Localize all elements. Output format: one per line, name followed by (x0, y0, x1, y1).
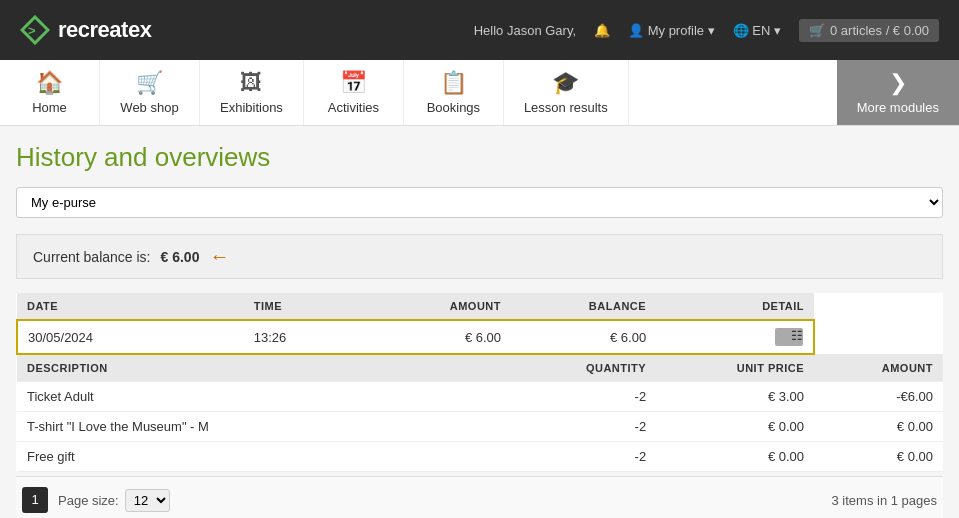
cell-uprice-0: € 3.00 (656, 382, 814, 412)
pagination-row: 1 Page size: 12 24 48 3 items in 1 pages (16, 476, 943, 518)
col-amount: AMOUNT (382, 293, 511, 320)
navigation: 🏠 Home 🛒 Web shop 🖼 Exhibitions 📅 Activi… (0, 60, 959, 126)
cell-time: 13:26 (244, 320, 382, 354)
balance-amount: € 6.00 (161, 249, 200, 265)
cell-empty-1 (382, 412, 511, 442)
logo-icon: > (20, 15, 50, 45)
page-1-button[interactable]: 1 (22, 487, 48, 513)
main-table: DATE TIME AMOUNT BALANCE DETAIL 30/05/20… (16, 293, 943, 472)
balance-label: Current balance is: (33, 249, 151, 265)
sub-row: T-shirt "I Love the Museum" - M -2 € 0.0… (17, 412, 943, 442)
clipboard-icon: 📋 (440, 70, 467, 96)
nav-webshop[interactable]: 🛒 Web shop (100, 60, 200, 125)
sub-col-amount: AMOUNT (814, 354, 943, 382)
greeting: Hello Jason Gary, (474, 23, 576, 38)
cell-amount-2: € 0.00 (814, 442, 943, 472)
nav-more-modules[interactable]: ❯ More modules (837, 60, 959, 125)
sub-row: Ticket Adult -2 € 3.00 -€6.00 (17, 382, 943, 412)
cell-description-2: Free gift (17, 442, 382, 472)
cell-uprice-1: € 0.00 (656, 412, 814, 442)
sub-col-description: DESCRIPTION (17, 354, 382, 382)
table-header-row: DATE TIME AMOUNT BALANCE DETAIL (17, 293, 943, 320)
page-size-label: Page size: (58, 493, 119, 508)
cell-uprice-2: € 0.00 (656, 442, 814, 472)
svg-text:>: > (28, 23, 36, 38)
profile-link[interactable]: 👤 My profile ▾ (628, 23, 715, 38)
balance-row: Current balance is: € 6.00 ← (16, 234, 943, 279)
cell-date: 30/05/2024 (17, 320, 244, 354)
graduation-icon: 🎓 (552, 70, 579, 96)
page-title: History and overviews (16, 142, 943, 173)
detail-grid-icon[interactable]: ☷ (775, 328, 803, 346)
nav-bookings[interactable]: 📋 Bookings (404, 60, 504, 125)
col-date: DATE (17, 293, 244, 320)
home-icon: 🏠 (36, 70, 63, 96)
cell-description-0: Ticket Adult (17, 382, 382, 412)
sub-col-unit-price: UNIT PRICE (656, 354, 814, 382)
nav-more-label: More modules (857, 100, 939, 115)
cell-amount: € 6.00 (382, 320, 511, 354)
cell-detail[interactable]: ☷ (656, 320, 814, 354)
language-selector[interactable]: 🌐 EN ▾ (733, 23, 781, 38)
arrow-icon: ← (209, 245, 229, 268)
col-time: TIME (244, 293, 382, 320)
sub-col-quantity: QUANTITY (511, 354, 656, 382)
page-size-select[interactable]: 12 24 48 (125, 489, 170, 512)
cell-amount-0: -€6.00 (814, 382, 943, 412)
header-right: Hello Jason Gary, 🔔 👤 My profile ▾ 🌐 EN … (474, 19, 939, 42)
nav-bookings-label: Bookings (427, 100, 480, 115)
cell-description-1: T-shirt "I Love the Museum" - M (17, 412, 382, 442)
nav-lesson-results[interactable]: 🎓 Lesson results (504, 60, 629, 125)
cell-qty-0: -2 (511, 382, 656, 412)
nav-lesson-label: Lesson results (524, 100, 608, 115)
dropdown-row: My e-purse (16, 187, 943, 218)
bell-icon[interactable]: 🔔 (594, 23, 610, 38)
cell-qty-2: -2 (511, 442, 656, 472)
logo[interactable]: > recreatex (20, 15, 474, 45)
epurse-dropdown[interactable]: My e-purse (16, 187, 943, 218)
image-icon: 🖼 (240, 70, 262, 96)
cart-icon: 🛒 (136, 70, 163, 96)
nav-exhibitions-label: Exhibitions (220, 100, 283, 115)
nav-home-label: Home (32, 100, 67, 115)
page-content: History and overviews My e-purse Current… (0, 126, 959, 518)
nav-exhibitions[interactable]: 🖼 Exhibitions (200, 60, 304, 125)
cell-balance: € 6.00 (511, 320, 656, 354)
sub-header-row: DESCRIPTION QUANTITY UNIT PRICE AMOUNT (17, 354, 943, 382)
col-balance: BALANCE (511, 293, 656, 320)
cell-empty-0 (382, 382, 511, 412)
cell-qty-1: -2 (511, 412, 656, 442)
cart-button[interactable]: 🛒 0 articles / € 0.00 (799, 19, 939, 42)
items-info: 3 items in 1 pages (831, 493, 937, 508)
nav-webshop-label: Web shop (120, 100, 178, 115)
cell-empty-2 (382, 442, 511, 472)
col-detail: DETAIL (656, 293, 814, 320)
nav-activities[interactable]: 📅 Activities (304, 60, 404, 125)
cell-amount-1: € 0.00 (814, 412, 943, 442)
logo-text: recreatex (58, 17, 151, 43)
sub-col-empty (382, 354, 511, 382)
calendar-icon: 📅 (340, 70, 367, 96)
sub-row: Free gift -2 € 0.00 € 0.00 (17, 442, 943, 472)
chevron-right-icon: ❯ (889, 70, 907, 96)
nav-activities-label: Activities (328, 100, 379, 115)
top-header: > recreatex Hello Jason Gary, 🔔 👤 My pro… (0, 0, 959, 60)
table-row: 30/05/2024 13:26 € 6.00 € 6.00 ☷ (17, 320, 943, 354)
nav-home[interactable]: 🏠 Home (0, 60, 100, 125)
